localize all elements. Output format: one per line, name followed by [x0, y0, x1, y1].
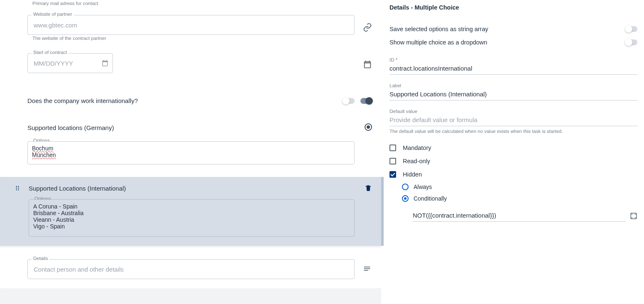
hidden-checkbox[interactable] — [389, 171, 396, 178]
panel-title: Details - Multiple Choice — [389, 4, 637, 11]
svg-point-5 — [18, 189, 19, 190]
international-toggle-row: Does the company work internationally? — [0, 85, 381, 117]
id-field: ID * — [389, 57, 637, 75]
details-input[interactable] — [27, 259, 355, 279]
selected-field-block[interactable]: Supported Locations (International) Opti… — [0, 177, 381, 246]
details-label: Details — [32, 256, 49, 261]
supported-de-options-box[interactable]: Bochum München — [27, 141, 355, 164]
label-field: Label — [389, 83, 637, 101]
contract-start-input[interactable] — [27, 53, 113, 73]
hidden-always-row[interactable]: Always — [389, 181, 637, 193]
international-question-label: Does the company work internationally? — [27, 97, 138, 104]
hidden-conditionally-label: Conditionally — [414, 195, 447, 202]
opt-dropdown-row: Show multiple choice as a dropdown — [389, 36, 637, 49]
calendar-icon — [363, 60, 372, 69]
mandatory-checkbox[interactable] — [389, 145, 396, 151]
contract-start-label: Start of contract — [32, 50, 69, 55]
supported-de-body: Options Bochum München — [0, 134, 381, 177]
svg-rect-8 — [364, 270, 368, 271]
supported-intl-option-2: Vieann - Austria — [33, 216, 350, 223]
svg-point-1 — [18, 186, 19, 187]
mandatory-label: Mandatory — [403, 145, 431, 151]
id-label: ID * — [389, 57, 637, 62]
label-label: Label — [389, 83, 637, 88]
svg-rect-7 — [364, 268, 370, 269]
opt-string-array-toggle[interactable] — [626, 26, 637, 32]
default-value-field: Default value The default value will be … — [389, 109, 637, 134]
hidden-conditionally-radio[interactable] — [402, 195, 409, 202]
hidden-label: Hidden — [403, 171, 422, 178]
website-label: Website of partner — [32, 12, 74, 17]
primary-mail-helper-row: Primary mail adress for contact — [0, 0, 381, 7]
details-card: Details — [0, 248, 381, 288]
website-input[interactable] — [27, 15, 355, 35]
details-panel: Details - Multiple Choice Save selected … — [381, 0, 644, 304]
default-helper: The default value will be calculated whe… — [389, 129, 637, 134]
primary-mail-helper: Primary mail adress for contact — [32, 1, 355, 6]
svg-point-3 — [18, 188, 19, 189]
form-designer-canvas: Primary mail adress for contact Website … — [0, 0, 381, 304]
opt-string-array-row: Save selected options as string array — [389, 22, 637, 36]
svg-rect-6 — [364, 267, 370, 267]
supported-intl-option-3: Vigo - Spain — [33, 223, 350, 230]
delete-field-button[interactable] — [365, 184, 372, 192]
readonly-checkbox[interactable] — [389, 158, 396, 164]
hidden-always-radio[interactable] — [402, 184, 409, 190]
readonly-row[interactable]: Read-only — [389, 154, 637, 168]
drag-handle-icon[interactable] — [15, 185, 20, 191]
supported-intl-options-box[interactable]: A Coruna - Spain Brisbane - Australia Vi… — [29, 199, 355, 237]
supported-de-title: Supported locations (Germany) — [27, 124, 114, 131]
default-value-input[interactable] — [389, 115, 637, 126]
supported-intl-option-1: Brisbane - Australia — [33, 210, 350, 216]
international-toggle-preview[interactable] — [343, 98, 355, 104]
label-input[interactable] — [389, 89, 637, 101]
website-helper: The website of the contract partner — [32, 36, 355, 41]
default-label: Default value — [389, 109, 637, 114]
readonly-label: Read-only — [403, 158, 430, 164]
supported-intl-option-0: A Coruna - Spain — [33, 203, 350, 210]
hidden-formula-row — [413, 210, 637, 222]
svg-point-2 — [16, 188, 17, 189]
supported-intl-title: Supported Locations (International) — [29, 185, 126, 192]
hidden-row[interactable]: Hidden — [389, 168, 637, 181]
notes-icon — [363, 265, 371, 273]
link-icon — [363, 23, 372, 32]
hidden-formula-input[interactable] — [413, 210, 626, 222]
international-toggle-config[interactable] — [360, 98, 372, 104]
opt-dropdown-label: Show multiple choice as a dropdown — [389, 39, 487, 46]
opt-string-array-label: Save selected options as string array — [389, 26, 488, 32]
multichoice-type-icon — [365, 123, 372, 132]
supported-de-option-0: Bochum — [32, 145, 53, 152]
expand-formula-icon[interactable] — [630, 212, 637, 220]
svg-point-0 — [16, 186, 17, 187]
svg-point-4 — [16, 189, 17, 190]
hidden-conditionally-row[interactable]: Conditionally — [389, 193, 637, 204]
opt-dropdown-toggle[interactable] — [626, 39, 637, 45]
mandatory-row[interactable]: Mandatory — [389, 141, 637, 154]
id-input[interactable] — [389, 63, 637, 75]
website-row: Website of partner The website of the co… — [0, 7, 381, 42]
form-card-main: Primary mail adress for contact Website … — [0, 0, 381, 177]
hidden-always-label: Always — [414, 184, 432, 190]
supported-de-option-1: München — [32, 152, 56, 158]
supported-de-header: Supported locations (Germany) — [0, 117, 381, 134]
calendar-inline-icon[interactable] — [101, 59, 109, 67]
contract-start-row: Start of contract — [0, 42, 381, 85]
